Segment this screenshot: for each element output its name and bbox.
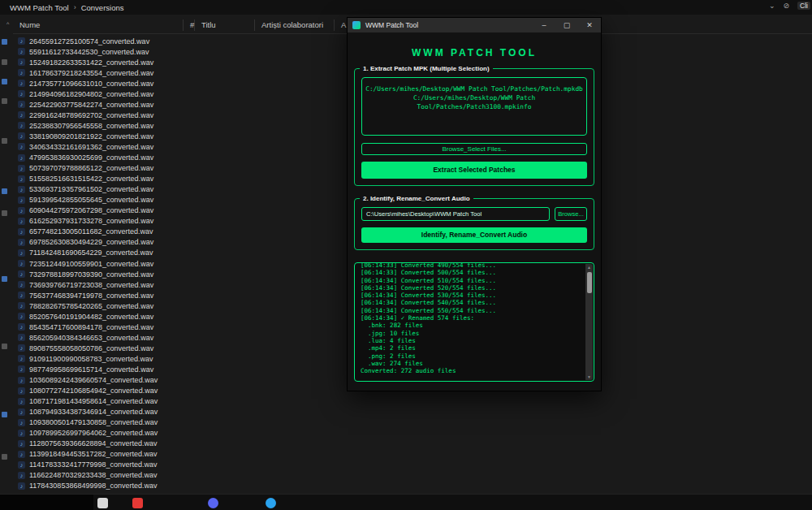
log-line: [06:14:34] Converted 550/554 files... <box>361 307 582 314</box>
taskbar-app-icon-4[interactable] <box>266 498 276 508</box>
audio-file-icon: ♪ <box>18 292 25 299</box>
maximize-button[interactable]: ▢ <box>555 18 578 32</box>
nav-pane-icon[interactable] <box>2 188 7 194</box>
audio-file-icon: ♪ <box>18 239 25 246</box>
log-line: [06:14:34] Converted 520/554 files... <box>361 284 582 292</box>
file-name: 657748213005011682_converted.wav <box>29 227 153 236</box>
file-name: 479953836930025699_converted.wav <box>29 153 153 162</box>
nav-pane-icon[interactable] <box>2 79 7 84</box>
browse-folder-button[interactable]: Browse... <box>555 207 587 221</box>
file-name: 723512449100559901_converted.wav <box>29 260 153 268</box>
file-name: 152491822633531422_converted.wav <box>29 58 153 67</box>
scroll-up-icon[interactable]: ▲ <box>585 265 593 270</box>
audio-file-icon: ♪ <box>18 228 25 236</box>
log-content: [06:14:33] Converted 490/554 files...[06… <box>355 262 594 378</box>
nav-pane-icon[interactable] <box>2 98 7 104</box>
log-line: [06:14:33] Converted 490/554 files... <box>361 262 582 269</box>
extract-section-label: 1. Extract Patch MPK (Multiple Selection… <box>360 65 493 72</box>
file-name: 1087949334387346914_converted.wav <box>29 408 158 416</box>
file-name: 732978818997039390_converted.wav <box>29 270 153 279</box>
file-name: 338190809201821922_converted.wav <box>29 132 153 140</box>
file-name: 711842481690654229_converted.wav <box>29 249 153 257</box>
sort-ascending-icon: ^ <box>6 19 9 30</box>
audio-file-icon: ♪ <box>18 270 25 278</box>
nav-pane-icon[interactable] <box>2 39 7 45</box>
dialog-title: WWM Patch Tool <box>365 21 533 29</box>
convert-section-label: 2. Identify, Rename_Convert Audio <box>360 195 473 202</box>
nav-pane-icon[interactable] <box>2 59 7 65</box>
scroll-down-icon[interactable]: ▼ <box>585 374 593 379</box>
audio-file-icon: ♪ <box>18 69 25 76</box>
file-name: 987749958699615714_converted.wav <box>29 365 153 374</box>
file-name: 1141783332417779998_converted.wav <box>29 460 157 469</box>
breadcrumb: WWM Patch Tool › Conversions <box>10 3 124 12</box>
column-header-title[interactable]: Titlu <box>195 19 255 31</box>
file-row[interactable]: ♪ 1087171981434958614_converted.wav <box>13 396 812 407</box>
selected-patch-path[interactable]: C:/Users/mihes/Desktop/WWM Patch Tool/Pa… <box>365 84 583 93</box>
file-name: 214994096182904802_converted.wav <box>29 90 153 98</box>
audio-file-icon: ♪ <box>18 249 25 257</box>
selected-patch-path[interactable]: C:/Users/mihes/Desktop/WWM Patch Tool/Pa… <box>365 93 583 111</box>
extract-selected-patches-button[interactable]: Extract Selected Patches <box>361 162 587 179</box>
file-name: 229916248789692702_converted.wav <box>29 111 153 119</box>
nav-pane-icon[interactable] <box>2 138 7 144</box>
file-name: 340634332161691362_converted.wav <box>29 143 153 151</box>
column-header-name[interactable]: ^ Nume <box>13 19 184 31</box>
file-row[interactable]: ♪ 1139918494453517282_converted.wav <box>13 449 812 460</box>
dialog-title-bar[interactable]: WWM Patch Tool – ▢ ✕ <box>348 18 601 32</box>
audio-file-icon: ♪ <box>18 281 25 288</box>
sync-status-icon[interactable]: ⊘ <box>783 2 789 10</box>
minimize-button[interactable]: – <box>533 18 555 32</box>
audio-file-icon: ♪ <box>18 48 25 55</box>
nav-pane-icon[interactable] <box>2 210 7 216</box>
nav-pane-icon[interactable] <box>2 344 7 349</box>
window-controls: – ▢ ✕ <box>533 18 601 32</box>
file-row[interactable]: ♪ 1097899526997964062_converted.wav <box>13 428 812 439</box>
file-row[interactable]: ♪ 1166224870329233438_converted.wav <box>13 470 812 481</box>
breadcrumb-separator-icon: › <box>74 3 76 11</box>
file-row[interactable]: ♪ 1087949334387346914_converted.wav <box>13 407 812 417</box>
column-header-number[interactable]: # <box>184 19 195 31</box>
folder-path-input[interactable]: C:\Users\mihes\Desktop\WWM Patch Tool <box>361 207 550 221</box>
audio-file-icon: ♪ <box>18 482 25 490</box>
file-name: 225422903775842274_converted.wav <box>29 101 153 109</box>
audio-file-icon: ♪ <box>18 165 25 172</box>
breadcrumb-current[interactable]: Conversions <box>81 3 124 12</box>
file-row[interactable]: ♪ 1141783332417779998_converted.wav <box>13 460 812 470</box>
file-name: 788282675785420265_converted.wav <box>29 302 153 310</box>
file-row[interactable]: ♪ 1128075639366628894_converted.wav <box>13 439 812 449</box>
file-name: 890875558058050786_converted.wav <box>29 344 153 352</box>
file-row[interactable]: ♪ 1178430853868499998_converted.wav <box>13 481 812 491</box>
file-row[interactable]: ♪ 1093800501479130858_converted.wav <box>13 417 812 428</box>
selected-patches-listbox[interactable]: C:/Users/mihes/Desktop/WWM Patch Tool/Pa… <box>361 77 587 136</box>
audio-file-icon: ♪ <box>18 143 25 150</box>
taskbar-app-icon-2[interactable] <box>132 498 143 508</box>
nav-pane-icon[interactable] <box>2 454 7 460</box>
breadcrumb-root[interactable]: WWM Patch Tool <box>10 3 69 12</box>
file-name: 1097899526997964062_converted.wav <box>29 429 158 437</box>
column-header-artists[interactable]: Artiști colaboratori <box>255 19 335 31</box>
wwm-patch-tool-window: WWM Patch Tool – ▢ ✕ WWM PATCH TOOL 1. E… <box>348 18 601 391</box>
file-name: 736939766719723038_converted.wav <box>29 281 153 289</box>
browse-select-files-button[interactable]: Browse_Select Files... <box>361 143 587 155</box>
nav-pane-icon[interactable] <box>2 412 7 417</box>
file-name: 852057640191904482_converted.wav <box>29 313 153 321</box>
file-name: 609044275972067298_converted.wav <box>29 206 153 214</box>
dialog-body: WWM PATCH TOOL 1. Extract Patch MPK (Mul… <box>348 32 601 382</box>
audio-file-icon: ♪ <box>18 207 25 214</box>
log-scrollbar[interactable]: ▲ ▼ <box>585 264 593 380</box>
nav-pane-icon[interactable] <box>2 276 7 282</box>
close-button[interactable]: ✕ <box>578 18 601 32</box>
taskbar-app-icon-3[interactable] <box>208 498 218 508</box>
file-name: 1178430853868499998_converted.wav <box>29 482 157 490</box>
audio-file-icon: ♪ <box>18 334 25 341</box>
audio-file-icon: ♪ <box>18 451 25 458</box>
file-name: 55911612733442530_converted.wav <box>29 48 149 56</box>
top-right-text: Cli <box>797 2 810 10</box>
scrollbar-thumb[interactable] <box>587 272 592 293</box>
audio-file-icon: ♪ <box>18 302 25 309</box>
taskbar-app-icon-1[interactable] <box>97 498 108 508</box>
file-name: 1093800501479130858_converted.wav <box>29 418 158 426</box>
chevron-down-icon[interactable]: ⌄ <box>769 2 775 10</box>
identify-rename-convert-button[interactable]: Identify, Rename_Convert Audio <box>361 227 587 243</box>
